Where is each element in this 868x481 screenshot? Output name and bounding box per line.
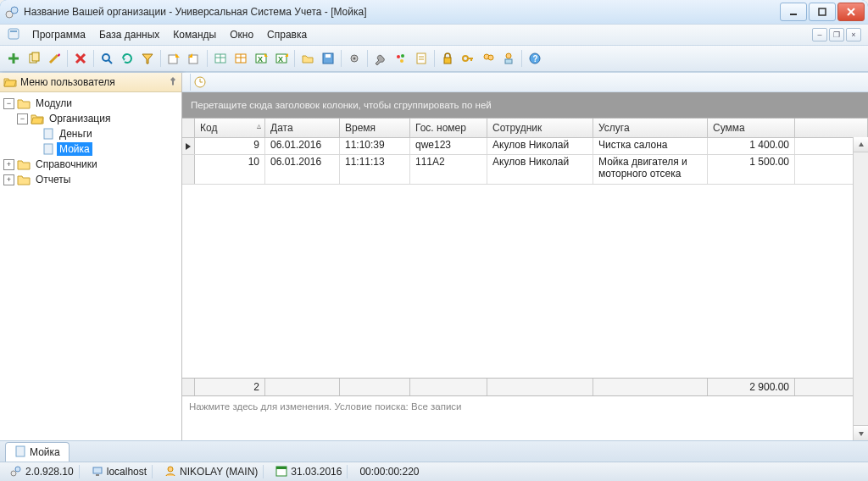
svg-rect-11	[32, 53, 39, 61]
svg-point-51	[488, 55, 493, 60]
menu-help[interactable]: Справка	[260, 27, 314, 42]
key-icon[interactable]	[459, 49, 477, 68]
clock-icon[interactable]	[193, 75, 207, 89]
svg-text:X: X	[278, 55, 283, 64]
edit-icon[interactable]	[45, 49, 64, 68]
table-row[interactable]: 9 06.01.2016 11:10:39 qwe123 Акулов Нико…	[182, 138, 868, 155]
svg-marker-21	[175, 53, 180, 58]
export-icon-1[interactable]	[164, 49, 183, 68]
filter-hint[interactable]: Нажмите здесь для изменения. Условие пои…	[182, 396, 854, 417]
svg-point-65	[11, 471, 16, 476]
svg-rect-57	[44, 144, 53, 154]
roles-icon[interactable]	[499, 49, 518, 68]
menubar: Программа База данных Команды Окно Справ…	[0, 24, 868, 46]
svg-rect-67	[93, 467, 102, 473]
tree-item-modules[interactable]: − Модули	[0, 96, 181, 111]
menu-window[interactable]: Окно	[223, 27, 260, 42]
col-service[interactable]: Услуга	[593, 119, 708, 137]
svg-rect-7	[10, 30, 17, 32]
group-by-bar[interactable]: Перетащите сюда заголовок колонки, чтобы…	[182, 92, 868, 118]
col-plate[interactable]: Гос. номер	[410, 119, 487, 137]
svg-rect-6	[8, 29, 19, 39]
mdi-minimize-button[interactable]: –	[812, 28, 827, 41]
menu-icon	[7, 27, 22, 42]
main-toolbar-strip	[182, 73, 868, 92]
mdi-restore-button[interactable]: ❐	[829, 28, 844, 41]
version-icon	[10, 465, 22, 479]
tree-item-directories[interactable]: + Справочники	[0, 157, 181, 172]
scroll-down-icon[interactable]	[854, 425, 868, 440]
mdi-close-button[interactable]: ×	[846, 28, 861, 41]
close-button[interactable]	[837, 3, 865, 21]
svg-rect-3	[819, 8, 826, 15]
svg-point-42	[400, 59, 403, 63]
cell-time: 11:10:39	[340, 138, 410, 154]
svg-marker-18	[123, 58, 125, 61]
svg-point-69	[168, 467, 173, 472]
cell-time: 11:11:13	[340, 155, 410, 184]
col-employee[interactable]: Сотрудник	[487, 119, 593, 137]
gear-icon[interactable]	[345, 49, 364, 68]
tree-item-wash[interactable]: Мойка	[0, 141, 181, 157]
copy-icon[interactable]	[25, 49, 43, 68]
refresh-icon[interactable]	[118, 49, 136, 68]
excel-import-icon[interactable]: X	[272, 49, 291, 68]
col-date[interactable]: Дата	[265, 119, 340, 137]
data-grid: Код Дата Время Гос. номер Сотрудник Услу…	[182, 118, 868, 440]
status-timer: 00:00:00:220	[359, 466, 419, 478]
users-icon[interactable]	[479, 49, 498, 68]
app-icon	[5, 5, 19, 19]
col-time[interactable]: Время	[340, 119, 410, 137]
table-row[interactable]: 10 06.01.2016 11:11:13 111A2 Акулов Нико…	[182, 155, 868, 185]
folder-open-icon	[3, 75, 17, 90]
menu-commands[interactable]: Команды	[166, 27, 223, 42]
svg-rect-68	[96, 474, 99, 476]
minimize-button[interactable]	[780, 3, 807, 21]
filter-icon[interactable]	[138, 49, 157, 68]
tree-item-reports[interactable]: + Отчеты	[0, 172, 181, 187]
menu-database[interactable]: База данных	[92, 27, 166, 42]
menu-program[interactable]: Программа	[25, 27, 92, 42]
pin-icon[interactable]	[168, 76, 178, 89]
excel-export-icon[interactable]: X	[252, 49, 270, 68]
save-icon[interactable]	[319, 49, 337, 68]
grid-icon-2[interactable]	[231, 49, 250, 68]
wrench-icon[interactable]	[371, 49, 390, 68]
nav-tree[interactable]: − Модули − Организация Деньги	[0, 92, 181, 440]
folder-icon	[17, 174, 31, 185]
grid-headers: Код Дата Время Гос. номер Сотрудник Услу…	[182, 119, 868, 138]
grid-icon-1[interactable]	[211, 49, 230, 68]
grid-body: 9 06.01.2016 11:10:39 qwe123 Акулов Нико…	[182, 138, 868, 185]
page-icon	[42, 128, 54, 140]
folder-icon	[17, 158, 31, 170]
host-icon	[92, 465, 103, 479]
titlebar: Название Вашей организации - Универсальн…	[0, 0, 868, 24]
page-icon	[42, 143, 54, 155]
folder-icon	[17, 97, 31, 109]
folder-icon[interactable]	[298, 49, 317, 68]
vertical-scrollbar[interactable]	[853, 137, 868, 440]
status-date: 31.03.2016	[291, 466, 342, 478]
tab-label: Мойка	[30, 446, 60, 458]
svg-line-17	[108, 60, 112, 64]
footer-count: 2	[195, 379, 265, 395]
search-icon[interactable]	[97, 49, 116, 68]
lock-icon[interactable]	[438, 49, 457, 68]
tree-item-money[interactable]: Деньги	[0, 126, 181, 141]
col-sum[interactable]: Сумма	[708, 119, 795, 137]
delete-icon[interactable]	[71, 49, 90, 68]
svg-point-1	[11, 7, 18, 14]
scroll-up-icon[interactable]	[854, 137, 868, 152]
palette-icon[interactable]	[392, 49, 410, 68]
tree-item-organization[interactable]: − Организация	[0, 111, 181, 126]
add-icon[interactable]	[4, 49, 23, 68]
note-icon[interactable]	[412, 49, 431, 68]
tab-wash[interactable]: Мойка	[5, 442, 70, 462]
status-user: NIKOLAY (MAIN)	[180, 466, 258, 478]
window-title: Название Вашей организации - Универсальн…	[24, 6, 778, 18]
maximize-button[interactable]	[809, 3, 836, 21]
col-code[interactable]: Код	[195, 119, 265, 137]
help-icon[interactable]: ?	[526, 49, 544, 68]
export-icon-2[interactable]	[185, 49, 203, 68]
svg-rect-43	[417, 53, 426, 64]
